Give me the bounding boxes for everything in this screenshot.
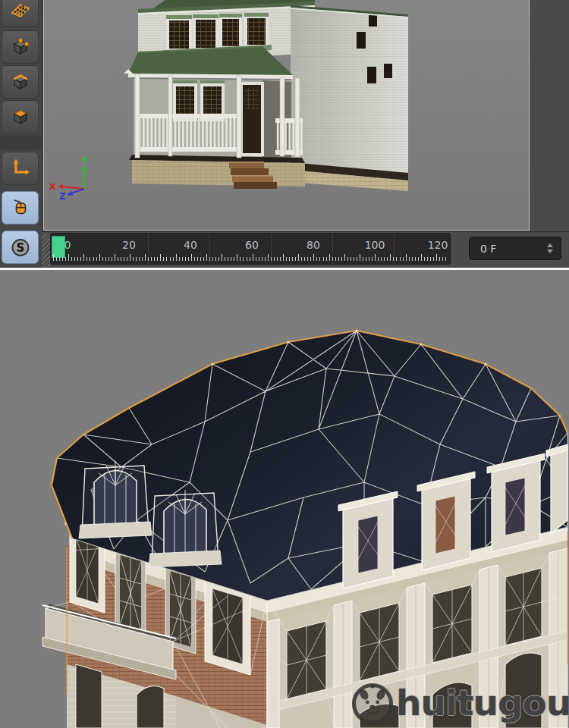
axis-x-label: X [49,182,56,192]
points-mode-icon [10,36,31,58]
polygons-mode-icon [10,106,31,127]
frame-spinner[interactable] [544,243,561,253]
timeline-grip[interactable] [42,234,50,267]
mouse-navigation-button[interactable] [2,191,39,224]
axis-z-label: Z [59,191,66,202]
ruler-minor-ticks [53,257,448,261]
frame-tick-80: 80 [307,239,320,251]
edges-mode-button[interactable] [2,65,39,99]
viewport-3d[interactable]: Y X Z [43,0,530,231]
points-mode-button[interactable] [2,30,39,64]
s-tool-glyph: S [16,241,24,255]
frame-tick-20: 20 [122,239,136,251]
wireframe-building [0,270,569,728]
watermark-dog-logo [351,681,395,725]
s-tool-icon: S [10,237,31,258]
current-frame-field[interactable]: 0 F [469,237,561,260]
watermark: huitugou .com [351,681,569,725]
toolbar-divider [0,135,42,150]
house-porch-railing [135,114,303,155]
house-porch-roof [124,46,293,79]
mouse-icon [10,197,31,218]
frame-tick-120: 120 [428,239,448,251]
timeline-ruler[interactable]: 0 20 40 60 80 100 120 [50,233,451,265]
wireframe-render-section: huitugou .com [0,270,569,728]
editor-top-section: S [0,0,569,268]
roof-dormer [149,490,222,567]
app-window: S [0,0,569,728]
axis-tool-button[interactable] [2,152,39,185]
timeline: 0 20 40 60 80 100 120 0 F [42,231,569,268]
point-grid-icon [10,0,31,21]
roof-dormer [79,461,152,538]
current-frame-value: 0 F [470,243,544,255]
frame-tick-40: 40 [184,239,197,251]
axis-tool-icon [10,158,31,179]
axis-gizmo[interactable]: Y X Z [49,155,88,202]
house-model: Y X Z [44,0,530,231]
house-door [240,82,264,156]
axis-y-label: Y [80,155,88,165]
frame-tick-60: 60 [245,239,259,251]
frame-tick-100: 100 [365,239,385,251]
right-panel [531,0,569,231]
frame-tick-0: 0 [64,239,71,251]
s-tool-button[interactable]: S [2,231,39,264]
mode-toolbar: S [0,0,43,268]
watermark-brand: huitugou [396,681,569,725]
polygons-mode-button[interactable] [2,100,39,133]
point-grid-tool-button[interactable] [2,0,39,27]
edges-mode-icon [10,71,31,93]
